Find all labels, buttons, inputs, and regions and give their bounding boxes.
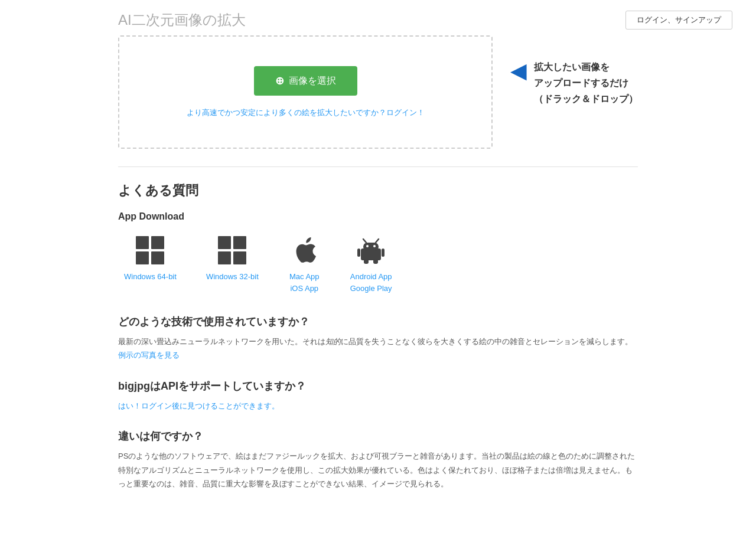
app-download-section: App Download Windows 64-bit bbox=[118, 211, 638, 294]
main-content: ⊕ 画像を選択 より高速でかつ安定により多くの絵を拡大したいですか？ログイン！ … bbox=[0, 35, 756, 491]
upload-dropzone[interactable]: ⊕ 画像を選択 より高速でかつ安定により多くの絵を拡大したいですか？ログイン！ bbox=[118, 35, 493, 149]
header: AI二次元画像の拡大 ログイン、サインアップ bbox=[0, 0, 756, 35]
upload-login-hint: より高速でかつ安定により多くの絵を拡大したいですか？ログイン！ bbox=[187, 107, 425, 118]
svg-rect-1 bbox=[363, 243, 379, 251]
qa-item-1: どのような技術で使用されていますか？ 最新の深い畳込みニューラルネットワークを用… bbox=[118, 315, 638, 362]
mac-label: Mac AppiOS App bbox=[289, 271, 320, 294]
win64-label: Windows 64-bit bbox=[124, 271, 177, 283]
svg-rect-6 bbox=[357, 249, 360, 257]
plus-icon: ⊕ bbox=[275, 74, 284, 87]
qa-answer-1: 最新の深い畳込みニューラルネットワークを用いた。それは知的に品質を失うことなく彼… bbox=[118, 335, 638, 362]
select-image-button[interactable]: ⊕ 画像を選択 bbox=[254, 66, 357, 96]
app-download-title: App Download bbox=[118, 211, 638, 222]
windows-64-icon bbox=[134, 234, 167, 266]
callout-text: 拡大したい画像を アップロードするだけ （ドラック＆ドロップ） bbox=[534, 59, 638, 107]
faq-title: よくある質問 bbox=[118, 182, 638, 200]
page-title: AI二次元画像の拡大 bbox=[118, 11, 246, 30]
app-item-android[interactable]: Android AppGoogle Play bbox=[350, 234, 392, 294]
svg-rect-7 bbox=[382, 249, 384, 257]
svg-point-3 bbox=[373, 245, 376, 247]
svg-point-2 bbox=[366, 245, 369, 247]
app-item-win64[interactable]: Windows 64-bit bbox=[124, 234, 177, 283]
svg-rect-8 bbox=[364, 259, 369, 264]
qa-answer-2: はい！ログイン後に見つけることができます。 bbox=[118, 399, 638, 413]
qa-question-2: bigjpgはAPIをサポートしていますか？ bbox=[118, 379, 638, 393]
android-label: Android AppGoogle Play bbox=[350, 271, 392, 294]
qa-answer-3: PSのような他のソフトウェアで、絵はまだファジールックを拡大、および可視ブラーと… bbox=[118, 449, 638, 491]
login-signup-button[interactable]: ログイン、サインアップ bbox=[625, 11, 732, 30]
qa-item-2: bigjpgはAPIをサポートしていますか？ はい！ログイン後に見つけることがで… bbox=[118, 379, 638, 413]
app-icons-row: Windows 64-bit Windows 32-bit bbox=[118, 234, 638, 294]
example-photos-link[interactable]: 例示の写真を見る bbox=[118, 351, 180, 359]
app-item-mac[interactable]: Mac AppiOS App bbox=[288, 234, 321, 294]
svg-rect-9 bbox=[373, 259, 378, 264]
qa-question-1: どのような技術で使用されていますか？ bbox=[118, 315, 638, 329]
left-arrow-icon: ◀ bbox=[510, 60, 527, 81]
apple-icon bbox=[288, 234, 321, 266]
qa-question-3: 違いは何ですか？ bbox=[118, 429, 638, 443]
upload-section: ⊕ 画像を選択 より高速でかつ安定により多くの絵を拡大したいですか？ログイン！ … bbox=[118, 35, 638, 149]
section-divider bbox=[118, 166, 638, 167]
svg-line-5 bbox=[376, 239, 379, 243]
upload-button-label: 画像を選択 bbox=[289, 75, 336, 87]
android-icon bbox=[355, 234, 387, 266]
svg-line-4 bbox=[363, 239, 366, 243]
windows-32-icon bbox=[216, 234, 249, 266]
qa-item-3: 違いは何ですか？ PSのような他のソフトウェアで、絵はまだファジールックを拡大、… bbox=[118, 429, 638, 491]
callout: ◀ 拡大したい画像を アップロードするだけ （ドラック＆ドロップ） bbox=[510, 35, 638, 107]
app-item-win32[interactable]: Windows 32-bit bbox=[206, 234, 259, 283]
win32-label: Windows 32-bit bbox=[206, 271, 259, 283]
